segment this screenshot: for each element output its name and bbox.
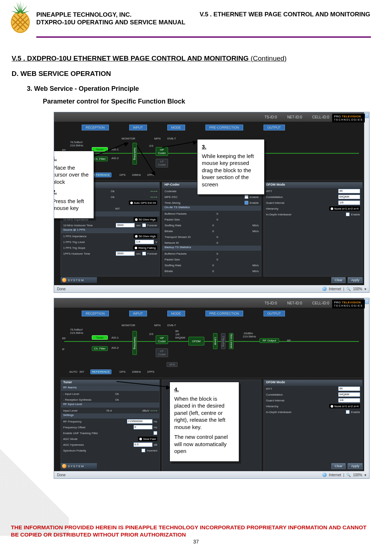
- status-bar: Done Internet|🔍100%▾: [54, 285, 369, 292]
- ref-source-radio[interactable]: Auto GPS Ext Int: [129, 201, 157, 205]
- 1pps-slope-radio[interactable]: Rising Falling: [133, 246, 157, 250]
- system-logo[interactable]: S Y S T E M: [61, 463, 97, 469]
- scrollbar-thumb[interactable]: [365, 299, 369, 304]
- block-hp[interactable]: HP Coder: [156, 147, 168, 156]
- 1pps-imp-radio[interactable]: 50 Ohm High: [134, 234, 157, 238]
- apply-button[interactable]: Apply: [348, 463, 363, 469]
- globe-icon: [322, 473, 327, 477]
- lbl-monitor: MONITOR: [122, 137, 135, 140]
- continued-text: (Continued): [249, 54, 287, 62]
- screenshot-1: TS-ID:0 NET-ID:0 CELL-ID:0 PRO TELEVISIO…: [54, 112, 369, 293]
- block-rfout[interactable]: RF Output: [260, 338, 279, 343]
- panel-tuner: Tuner RF Alarms - Input LevelOk - Recept…: [61, 380, 160, 474]
- panel-h-ofdm: OFDM Mode: [264, 182, 362, 188]
- hierarchy-radio[interactable]: None α=1 α=2 α=4: [329, 404, 360, 408]
- block-nonlinear[interactable]: Non-Linear: [229, 333, 233, 349]
- cell-id: CELL-ID:0: [312, 115, 329, 119]
- scrollbar-thumb[interactable]: [365, 113, 369, 118]
- block-clipping[interactable]: Clipping: [221, 333, 225, 349]
- section-title-text: V.5 . DXDPRO-10U ETHERNET WEB PAGE CONTR…: [12, 54, 249, 62]
- block-chfilter[interactable]: Ch. Filter: [92, 346, 108, 351]
- subsection-3: 3. Web Service - Operation Principle: [12, 85, 367, 93]
- callout-1-2: 1. Place the cursor over the block 2. Pr…: [54, 151, 94, 219]
- 1pps-forever-chk[interactable]: [142, 252, 146, 255]
- lbl-gps: GPS: [119, 173, 126, 177]
- lbl-rflvl: 76.5dBuV 219.5MHz: [70, 141, 83, 147]
- apply-button[interactable]: Apply: [348, 277, 363, 283]
- tab-mode[interactable]: MODE: [167, 311, 185, 316]
- lbl-10mhz: 10MHz: [132, 173, 141, 177]
- panel-ofdm: OFDM Mode IFFT8K Constellation64QAM Guar…: [264, 182, 363, 276]
- globe-icon: [322, 287, 327, 291]
- tab-output[interactable]: OUTPUT: [264, 125, 285, 130]
- 10mhz-forever-chk[interactable]: [142, 223, 146, 227]
- ifft-select[interactable]: 8K: [338, 189, 360, 193]
- block-chfilter[interactable]: Ch. Filter: [92, 157, 108, 161]
- 10mhz-imp-radio[interactable]: 50 Ohm High: [134, 217, 157, 222]
- zoom-icon[interactable]: 🔍: [346, 287, 351, 291]
- ifft-select[interactable]: 8K: [338, 387, 360, 391]
- scrollbar[interactable]: [364, 298, 369, 471]
- agchyst-input[interactable]: 0.5: [134, 442, 152, 447]
- lbl-asi2: ASI-2: [111, 157, 119, 160]
- guard-select[interactable]: 1/8: [338, 398, 360, 403]
- agcmode-radio[interactable]: Slow Fast: [138, 437, 157, 441]
- ts-id: TS-ID:0: [265, 115, 277, 119]
- lbl-mfn: MFN: [154, 137, 160, 140]
- tab-reception[interactable]: RECEPTION: [82, 311, 109, 316]
- uhf-chk[interactable]: [154, 431, 157, 435]
- hierarchy-radio[interactable]: None α=1 α=2 α=4: [329, 206, 360, 211]
- rffreq-input[interactable]: 219500000: [127, 419, 152, 424]
- screenshot-2: TS-ID:0 NET-ID:0 CELL-ID:0 PRO TELEVISIO…: [54, 298, 369, 479]
- block-lp[interactable]: LP Coder: [156, 159, 168, 167]
- status-done: Done: [57, 287, 66, 291]
- block-tuner[interactable]: Tuner: [92, 335, 108, 340]
- clear-button[interactable]: Clear: [331, 277, 346, 283]
- clear-button[interactable]: Clear: [331, 463, 346, 469]
- constellation-select[interactable]: 64QAM: [338, 392, 360, 397]
- scrollbar[interactable]: [364, 112, 369, 285]
- interleaver-chk[interactable]: [346, 213, 350, 216]
- block-hp[interactable]: HP Coder: [156, 335, 168, 344]
- tab-input[interactable]: INPUT: [129, 311, 147, 316]
- swirl-icon: [62, 464, 66, 468]
- tab-precorrection[interactable]: PRE-CORRECTION: [205, 311, 243, 316]
- block-lp[interactable]: LP Coder: [156, 348, 168, 357]
- 1pps-trig-input[interactable]: 1.6: [135, 240, 154, 244]
- panel-buttons: Clear Apply: [331, 463, 363, 469]
- tab-precorrection[interactable]: PRE-CORRECTION: [205, 125, 243, 130]
- guard-select[interactable]: 1/8: [338, 201, 360, 205]
- lbl-dvbt: DVB-T: [167, 137, 176, 140]
- polarity-chk[interactable]: [142, 449, 145, 452]
- constellation-select[interactable]: 64QAM: [338, 195, 360, 199]
- 10mhz-hold-input[interactable]: 3600: [116, 223, 135, 227]
- mpefec-chk[interactable]: [245, 195, 248, 199]
- callout-4: 4. When the block is placed in the desir…: [170, 382, 239, 462]
- net-id: NET-ID:0: [287, 115, 302, 119]
- header-left: PINEAPPLE TECHNOLOGY, INC. DTXPRO-10U OP…: [36, 11, 185, 27]
- page-header: PINEAPPLE TECHNOLOGY, INC. DTXPRO-10U OP…: [0, 0, 392, 36]
- block-ofdm[interactable]: OFDM: [188, 337, 204, 345]
- company-name: PINEAPPLE TECHNOLOGY, INC.: [36, 11, 185, 19]
- tab-mode[interactable]: MODE: [167, 125, 185, 130]
- footer-notice: THE INFORMATION PROVIDED HEREIN IS PINEA…: [11, 524, 370, 538]
- block-diagram-2: RF IF 76.5dBuV 219.5MHz Tuner Ch. Filter…: [61, 319, 363, 378]
- tab-output[interactable]: OUTPUT: [264, 311, 285, 316]
- tab-reception[interactable]: RECEPTION: [82, 125, 109, 130]
- block-linear[interactable]: Linear: [213, 333, 217, 349]
- block-switching[interactable]: Switching: [132, 143, 137, 165]
- panel-ofdm-2: OFDM Mode IFFT8K Constellation64QAM Guar…: [264, 380, 363, 474]
- subsection-d: D. WEB SERVICE OPERATION: [12, 70, 367, 78]
- block-reference[interactable]: REFERENCE: [90, 369, 111, 374]
- system-logo[interactable]: S Y S T E M: [61, 277, 97, 283]
- interleaver-chk[interactable]: [346, 410, 350, 414]
- block-sfn[interactable]: SFN: [167, 362, 177, 367]
- panels-row: Reference Reference AlarmsOk▪ ▪ ▪ ▪ GPS …: [54, 181, 369, 276]
- 1pps-hold-input[interactable]: 3600: [116, 251, 135, 256]
- freqoff-input[interactable]: 0: [134, 425, 152, 429]
- topbar: TS-ID:0 NET-ID:0 CELL-ID:0: [54, 298, 369, 308]
- tab-input[interactable]: INPUT: [129, 125, 147, 130]
- zoom-icon[interactable]: 🔍: [346, 473, 351, 477]
- timeslicing-chk[interactable]: [245, 201, 248, 205]
- block-switching[interactable]: Switching: [132, 331, 137, 355]
